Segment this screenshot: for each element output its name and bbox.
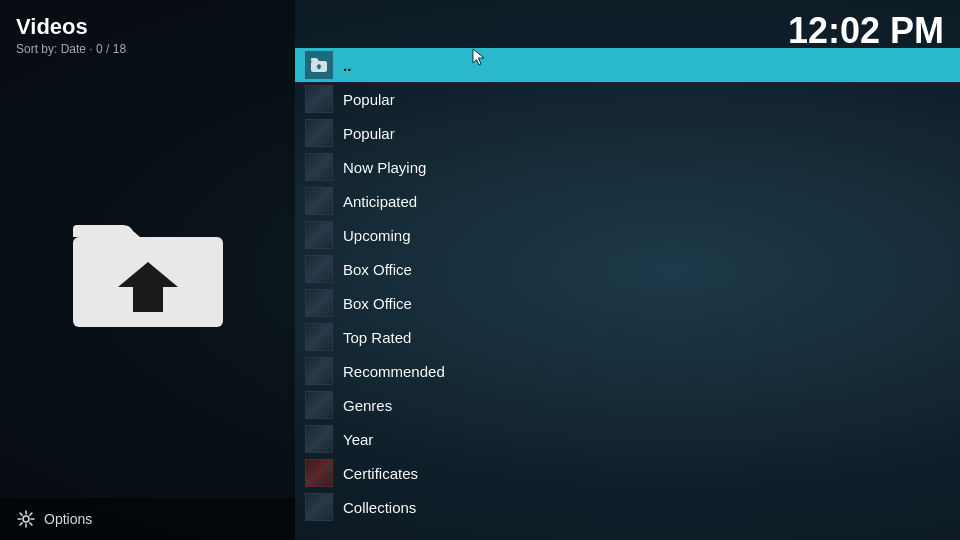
- bottom-bar[interactable]: Options: [0, 498, 295, 540]
- back-folder-icon: [305, 51, 333, 79]
- list-panel: .. Popular Popular Now Playing Anticipat…: [295, 48, 960, 540]
- folder-back-icon: [68, 202, 228, 342]
- folder-icon-area: [0, 64, 295, 540]
- item-label-now-playing: Now Playing: [343, 159, 426, 176]
- item-label-box-office-2: Box Office: [343, 295, 412, 312]
- item-label-recommended: Recommended: [343, 363, 445, 380]
- list-item[interactable]: Anticipated: [295, 184, 960, 218]
- thumb-box-office-1: [305, 255, 333, 283]
- left-panel: Videos Sort by: Date · 0 / 18 Options: [0, 0, 295, 540]
- thumb-genres: [305, 391, 333, 419]
- item-label-box-office-1: Box Office: [343, 261, 412, 278]
- thumb-upcoming: [305, 221, 333, 249]
- item-label-certificates: Certificates: [343, 465, 418, 482]
- list-item[interactable]: Certificates: [295, 456, 960, 490]
- thumb-recommended: [305, 357, 333, 385]
- item-label-collections: Collections: [343, 499, 416, 516]
- item-label-popular-1: Popular: [343, 91, 395, 108]
- list-item[interactable]: Popular: [295, 82, 960, 116]
- list-item[interactable]: Top Rated: [295, 320, 960, 354]
- item-label-anticipated: Anticipated: [343, 193, 417, 210]
- item-label-year: Year: [343, 431, 373, 448]
- thumb-collections: [305, 493, 333, 521]
- thumb-anticipated: [305, 187, 333, 215]
- list-item[interactable]: Popular: [295, 116, 960, 150]
- header-area: Videos Sort by: Date · 0 / 18: [0, 0, 295, 64]
- item-label-upcoming: Upcoming: [343, 227, 411, 244]
- list-item[interactable]: Collections: [295, 490, 960, 524]
- list-item[interactable]: Recommended: [295, 354, 960, 388]
- thumb-popular-2: [305, 119, 333, 147]
- item-label-popular-2: Popular: [343, 125, 395, 142]
- app-title: Videos: [16, 14, 279, 40]
- thumb-year: [305, 425, 333, 453]
- title-row: Videos Sort by: Date · 0 / 18: [16, 14, 279, 56]
- back-item-label: ..: [343, 57, 351, 74]
- options-gear-icon: [16, 509, 36, 529]
- list-item[interactable]: Upcoming: [295, 218, 960, 252]
- list-item[interactable]: Year: [295, 422, 960, 456]
- list-item[interactable]: Box Office: [295, 252, 960, 286]
- thumb-popular-1: [305, 85, 333, 113]
- sort-info: Sort by: Date · 0 / 18: [16, 42, 279, 56]
- thumb-now-playing: [305, 153, 333, 181]
- list-item[interactable]: Box Office: [295, 286, 960, 320]
- thumb-box-office-2: [305, 289, 333, 317]
- item-label-genres: Genres: [343, 397, 392, 414]
- clock-display: 12:02 PM: [788, 10, 944, 52]
- thumb-certificates: [305, 459, 333, 487]
- list-item[interactable]: Now Playing: [295, 150, 960, 184]
- options-label: Options: [44, 511, 92, 527]
- list-item[interactable]: Genres: [295, 388, 960, 422]
- thumb-top-rated: [305, 323, 333, 351]
- svg-point-2: [23, 516, 29, 522]
- item-label-top-rated: Top Rated: [343, 329, 411, 346]
- list-item-back[interactable]: ..: [295, 48, 960, 82]
